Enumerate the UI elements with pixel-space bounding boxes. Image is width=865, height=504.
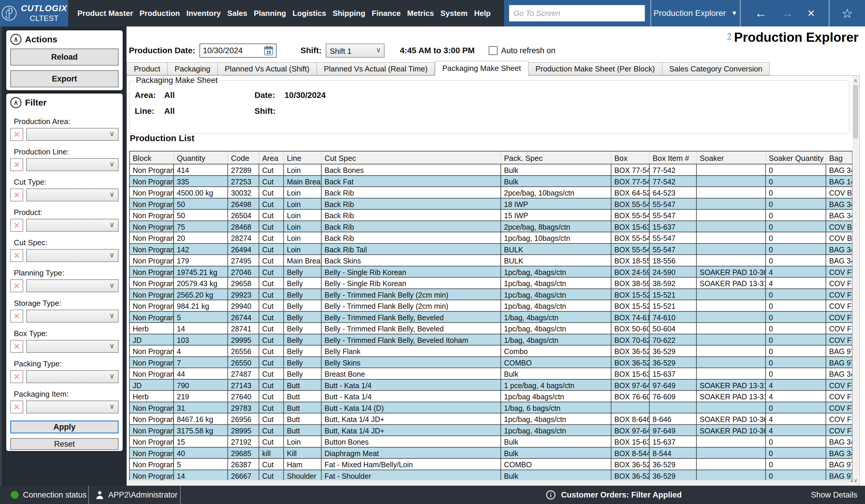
table-row[interactable]: Non Program4427487CutBellyBreast BoneBul…: [130, 368, 852, 379]
menu-item-help[interactable]: Help: [471, 9, 494, 18]
table-row[interactable]: Non Program1426667CutShoulderFat - Shoul…: [130, 470, 852, 482]
clear-filter-button[interactable]: ×: [10, 158, 23, 171]
menu-item-system[interactable]: System: [437, 9, 471, 18]
tab-product[interactable]: Product: [127, 62, 168, 75]
table-row[interactable]: Non Program14226494CutLoinBack Rib TailB…: [130, 244, 852, 255]
menu-item-inventory[interactable]: Inventory: [183, 9, 224, 18]
reload-button[interactable]: Reload: [10, 48, 118, 66]
tab-sales-category-conversion[interactable]: Sales Category Conversion: [662, 62, 770, 75]
tab-packaging-make-sheet[interactable]: Packaging Make Sheet: [435, 61, 528, 75]
goto-screen-input[interactable]: [509, 5, 645, 22]
clear-filter-button[interactable]: ×: [10, 400, 23, 413]
tab-planned-vs-actual-shift[interactable]: Planned Vs Actual (Shift): [218, 62, 317, 75]
table-row[interactable]: Non Program4029685killKillDiaphragm Meat…: [130, 447, 852, 459]
table-row[interactable]: Non Program984.21 kg29940CutBellyBelly -…: [130, 300, 852, 312]
filter-dropdown-product[interactable]: ∨: [26, 219, 118, 232]
filter-dropdown-cut-type[interactable]: ∨: [26, 188, 118, 201]
table-row[interactable]: Herb21927640CutButtButt - Kata 1/41pc/ba…: [130, 391, 852, 402]
filter-dropdown-production-line[interactable]: ∨: [26, 158, 118, 171]
clear-filter-button[interactable]: ×: [10, 309, 23, 323]
forward-button[interactable]: →: [781, 1, 794, 26]
column-header-box[interactable]: Box: [611, 151, 650, 164]
show-details-link[interactable]: Show Details: [811, 491, 857, 500]
help-link[interactable]: ?: [727, 32, 731, 40]
column-header-pack-spec[interactable]: Pack. Spec: [501, 151, 611, 164]
collapse-chevron-icon[interactable]: ∧: [10, 34, 22, 45]
horizontal-scrollbar[interactable]: [127, 480, 851, 485]
table-row[interactable]: Non Program726550CutBellyBelly SkinsCOMB…: [130, 357, 852, 368]
filter-dropdown-packing-type[interactable]: ∨: [26, 370, 118, 383]
clear-filter-button[interactable]: ×: [10, 128, 23, 141]
menu-item-planning[interactable]: Planning: [250, 9, 289, 18]
back-button[interactable]: ←: [755, 1, 767, 26]
column-header-quantity[interactable]: Quantity: [174, 151, 228, 164]
menu-item-finance[interactable]: Finance: [369, 9, 404, 18]
filter-dropdown-cut-spec[interactable]: ∨: [26, 249, 118, 262]
apply-button[interactable]: Apply: [10, 421, 118, 433]
table-row[interactable]: Non Program8467.16 kg26956CutButtButt, K…: [130, 413, 852, 425]
collapse-chevron-icon[interactable]: ∧: [10, 97, 22, 108]
table-row[interactable]: Non Program4500.00 kg30032CutLoinBack Ri…: [130, 187, 852, 199]
close-screen-button[interactable]: ×: [808, 1, 815, 26]
filter-dropdown-packaging-item[interactable]: ∨: [26, 400, 118, 413]
clear-filter-button[interactable]: ×: [10, 188, 23, 201]
table-row[interactable]: Non Program2028274CutLoinBack Rib1pc/bag…: [130, 232, 852, 244]
column-header-line[interactable]: Line: [284, 151, 322, 164]
scrollbar-thumb[interactable]: [853, 85, 858, 139]
table-row[interactable]: Non Program20579.43 kg29658CutBellyBelly…: [130, 278, 852, 289]
clear-filter-button[interactable]: ×: [10, 279, 23, 292]
table-row[interactable]: Non Program3175.58 kg28995CutButtButt, K…: [130, 425, 852, 436]
column-header-bag[interactable]: Bag: [826, 151, 853, 164]
menu-item-metrics[interactable]: Metrics: [404, 9, 437, 18]
table-row[interactable]: Non Program526744CutBellyBelly - Trimmed…: [130, 312, 852, 323]
menu-item-product-master[interactable]: Product Master: [74, 9, 136, 18]
table-row[interactable]: Non Program3129783CutButtButt - Kata 1/4…: [130, 402, 852, 414]
menu-item-shipping[interactable]: Shipping: [329, 9, 368, 18]
table-row[interactable]: Non Program5026498CutLoinBack Rib18 IWPB…: [130, 199, 852, 210]
filter-dropdown-planning-type[interactable]: ∨: [26, 279, 118, 292]
vertical-scrollbar[interactable]: ∧ ∨: [852, 76, 859, 485]
table-row[interactable]: Non Program5026504CutLoinBack Rib15 IWPB…: [130, 210, 852, 221]
production-date-input[interactable]: 10/30/2024 15: [199, 44, 277, 58]
table-row[interactable]: Non Program19745.21 kg27046CutBellyBelly…: [130, 266, 852, 278]
column-header-cut-spec[interactable]: Cut Spec: [322, 151, 501, 164]
shift-dropdown[interactable]: Shift 1 ∨: [326, 44, 384, 58]
column-header-soaker[interactable]: Soaker: [697, 151, 766, 164]
menu-item-sales[interactable]: Sales: [224, 9, 251, 18]
table-row[interactable]: Non Program1527192CutLoinButton BonesBul…: [130, 436, 852, 447]
column-header-soaker-quantity[interactable]: Soaker Quantity: [766, 151, 826, 164]
table-row[interactable]: Non Program41427289CutLoinBack BonesBulk…: [130, 164, 852, 176]
export-button[interactable]: Export: [10, 70, 118, 87]
column-header-code[interactable]: Code: [228, 151, 259, 164]
table-row[interactable]: JD10329995CutBellyBelly - Trimmed Flank …: [130, 334, 852, 346]
calendar-icon[interactable]: 15: [264, 46, 273, 56]
filter-dropdown-box-type[interactable]: ∨: [26, 340, 118, 353]
clear-filter-button[interactable]: ×: [10, 340, 23, 353]
scroll-down-icon[interactable]: ∨: [852, 477, 859, 484]
table-row[interactable]: Herb1428741CutBellyBelly - Trimmed Flank…: [130, 323, 852, 334]
column-header-box-item[interactable]: Box Item #: [650, 151, 697, 164]
column-header-block[interactable]: Block: [130, 151, 174, 164]
auto-refresh-checkbox[interactable]: [489, 46, 497, 55]
table-row[interactable]: JD79027143CutButtButt - Kata 1/41 pce/ba…: [130, 379, 852, 391]
tab-packaging[interactable]: Packaging: [168, 62, 218, 75]
table-row[interactable]: Non Program33527253CutMain BreakBack Fat…: [130, 176, 852, 187]
menu-item-production[interactable]: Production: [136, 9, 183, 18]
screen-selector-dropdown[interactable]: Production Explorer ▼: [651, 0, 740, 26]
reset-button[interactable]: Reset: [10, 438, 118, 450]
table-row[interactable]: Non Program526387CutHamFat - Mixed Ham/B…: [130, 459, 852, 470]
table-row[interactable]: Non Program17927495CutMain BreakBack Ski…: [130, 255, 852, 266]
clear-filter-button[interactable]: ×: [10, 219, 23, 232]
tab-production-make-sheet-per-block[interactable]: Production Make Sheet (Per Block): [528, 62, 662, 75]
filter-dropdown-production-area[interactable]: ∨: [26, 128, 118, 141]
table-row[interactable]: Non Program2565.20 kg29923CutBellyBelly …: [130, 289, 852, 301]
table-row[interactable]: Non Program426556CutBellyBelly FlankComb…: [130, 345, 852, 357]
tab-planned-vs-actual-real-time[interactable]: Planned Vs Actual (Real Time): [317, 62, 435, 75]
filter-dropdown-storage-type[interactable]: ∨: [26, 309, 118, 323]
menu-item-logistics[interactable]: Logistics: [289, 9, 329, 18]
favorite-star-icon[interactable]: ☆: [841, 6, 853, 21]
scroll-up-icon[interactable]: ∧: [852, 77, 859, 84]
table-row[interactable]: Non Program7528468CutLoinBack Rib2pce/ba…: [130, 221, 852, 233]
column-header-area[interactable]: Area: [259, 151, 284, 164]
clear-filter-button[interactable]: ×: [10, 370, 23, 383]
